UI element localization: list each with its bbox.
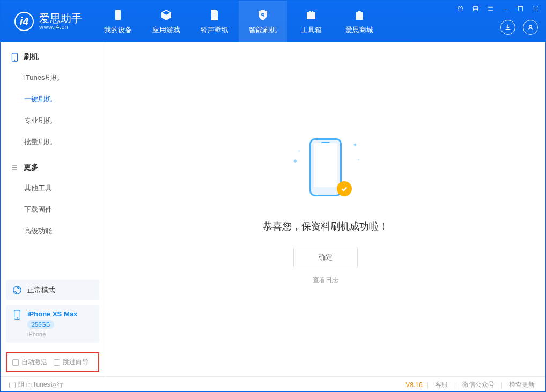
- sidebar-item-batch-flash[interactable]: 批量刷机: [1, 131, 105, 153]
- section-title: 刷机: [24, 52, 39, 62]
- svg-point-7: [17, 317, 18, 319]
- list-icon: [11, 163, 18, 172]
- app-url: www.i4.cn: [39, 24, 82, 30]
- list-icon[interactable]: [470, 4, 480, 13]
- sidebar-item-pro-flash[interactable]: 专业刷机: [1, 110, 105, 131]
- success-illustration: [291, 134, 360, 204]
- check-update-link[interactable]: 检查更新: [507, 380, 537, 389]
- support-link[interactable]: 客服: [433, 380, 450, 389]
- app-title: 爱思助手: [39, 13, 82, 24]
- header-actions: [500, 20, 538, 35]
- checkbox-label: 跳过向导: [63, 358, 88, 367]
- tab-smart-flash[interactable]: 智能刷机: [239, 1, 287, 42]
- device-card[interactable]: iPhone XS Max 256GB iPhone: [6, 305, 99, 343]
- version-label: V8.16: [405, 381, 422, 389]
- checkbox-label: 阻止iTunes运行: [18, 380, 63, 389]
- checkbox-auto-activate[interactable]: 自动激活: [12, 358, 47, 367]
- svg-point-4: [14, 60, 16, 61]
- flash-options: 自动激活 跳过向导: [6, 352, 99, 372]
- device-mode-label: 正常模式: [27, 285, 55, 295]
- device-storage: 256GB: [27, 320, 54, 329]
- device-icon: [111, 8, 125, 22]
- user-button[interactable]: [523, 20, 538, 35]
- sidebar-item-advanced[interactable]: 高级功能: [1, 220, 105, 242]
- sidebar: 刷机 iTunes刷机 一键刷机 专业刷机 批量刷机 更多 其他工具 下载固件 …: [1, 42, 105, 376]
- cube-icon: [159, 8, 173, 22]
- tab-store[interactable]: 爱思商城: [335, 1, 383, 42]
- logo-icon: i4: [14, 12, 34, 31]
- checkbox-label: 自动激活: [21, 358, 47, 367]
- checkbox-icon: [9, 382, 16, 388]
- tab-toolbox[interactable]: 工具箱: [287, 1, 335, 42]
- checkbox-block-itunes[interactable]: 阻止iTunes运行: [9, 380, 63, 389]
- sidebar-item-itunes-flash[interactable]: iTunes刷机: [1, 67, 105, 88]
- tab-label: 铃声壁纸: [201, 25, 228, 35]
- success-message: 恭喜您，保资料刷机成功啦！: [263, 220, 388, 233]
- svg-rect-0: [518, 6, 522, 11]
- close-button[interactable]: [530, 4, 540, 13]
- phone-icon: [12, 310, 22, 320]
- view-log-link[interactable]: 查看日志: [313, 276, 338, 285]
- section-title: 更多: [24, 162, 39, 172]
- tab-ringtone-wallpaper[interactable]: 铃声壁纸: [190, 1, 239, 42]
- check-badge-icon: [337, 181, 352, 196]
- ok-button[interactable]: 确定: [293, 248, 358, 267]
- sidebar-header-more: 更多: [1, 160, 105, 177]
- checkbox-icon: [54, 359, 60, 366]
- sidebar-item-oneclick-flash[interactable]: 一键刷机: [1, 88, 105, 110]
- minimize-button[interactable]: [500, 4, 510, 13]
- tab-label: 爱思商城: [345, 25, 373, 35]
- bag-icon: [352, 8, 366, 22]
- toolbox-icon: [304, 8, 318, 22]
- tab-label: 应用游戏: [152, 25, 180, 35]
- shirt-icon[interactable]: [455, 4, 465, 13]
- app-logo: i4 爱思助手 www.i4.cn: [1, 12, 94, 31]
- menu-icon[interactable]: [485, 4, 495, 13]
- tab-label: 我的设备: [104, 25, 132, 35]
- download-button[interactable]: [500, 20, 515, 35]
- title-bar: i4 爱思助手 www.i4.cn 我的设备 应用游戏 铃声壁纸 智能刷机 工具…: [1, 1, 545, 42]
- phone-icon: [11, 53, 18, 62]
- sidebar-item-other-tools[interactable]: 其他工具: [1, 177, 105, 199]
- main-panel: 恭喜您，保资料刷机成功啦！ 确定 查看日志: [105, 42, 545, 376]
- window-controls: [455, 4, 540, 13]
- device-mode-card[interactable]: 正常模式: [6, 280, 99, 300]
- checkbox-skip-wizard[interactable]: 跳过向导: [54, 358, 88, 367]
- shield-refresh-icon: [256, 8, 270, 22]
- svg-rect-1: [115, 10, 121, 20]
- sidebar-header-flash: 刷机: [1, 50, 105, 67]
- tab-label: 智能刷机: [249, 25, 277, 35]
- wechat-link[interactable]: 微信公众号: [460, 380, 497, 389]
- svg-point-2: [529, 25, 532, 27]
- tab-apps-games[interactable]: 应用游戏: [142, 1, 190, 42]
- main-tabs: 我的设备 应用游戏 铃声壁纸 智能刷机 工具箱 爱思商城: [94, 1, 383, 42]
- tab-label: 工具箱: [301, 25, 322, 35]
- maximize-button[interactable]: [515, 4, 525, 13]
- status-bar: 阻止iTunes运行 V8.16 | 客服 | 微信公众号 | 检查更新: [1, 376, 545, 392]
- device-type: iPhone: [27, 331, 77, 337]
- refresh-icon: [12, 285, 22, 295]
- tab-my-device[interactable]: 我的设备: [94, 1, 142, 42]
- sidebar-item-download-firmware[interactable]: 下载固件: [1, 199, 105, 220]
- checkbox-icon: [12, 359, 19, 366]
- music-file-icon: [208, 8, 222, 22]
- device-name: iPhone XS Max: [27, 310, 77, 318]
